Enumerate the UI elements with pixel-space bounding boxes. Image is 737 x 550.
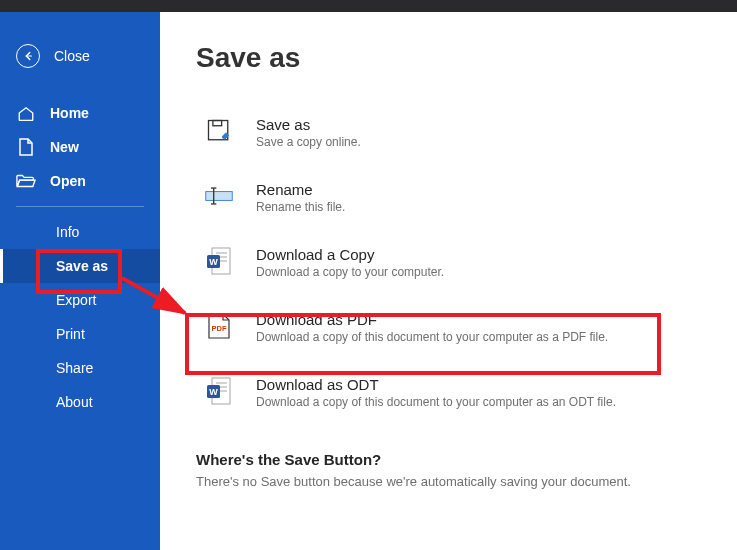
sidebar-item-about[interactable]: About	[0, 385, 160, 419]
back-arrow-icon	[16, 44, 40, 68]
sidebar-item-saveas[interactable]: Save as	[0, 249, 160, 283]
option-download-odt[interactable]: W Download as ODT Download a copy of thi…	[196, 364, 709, 421]
footer-title: Where's the Save Button?	[196, 451, 709, 468]
option-download-copy[interactable]: W Download a Copy Download a copy to you…	[196, 234, 709, 291]
sidebar-divider	[16, 206, 144, 207]
option-title: Download as PDF	[256, 311, 701, 328]
save-as-icon	[204, 116, 234, 146]
svg-text:W: W	[209, 387, 218, 397]
window-titlebar-fragment	[0, 0, 737, 12]
footer-desc: There's no Save button because we're aut…	[196, 474, 709, 489]
open-label: Open	[50, 173, 86, 189]
option-title: Rename	[256, 181, 701, 198]
close-button[interactable]: Close	[0, 36, 160, 96]
option-desc: Download a copy of this document to your…	[256, 395, 701, 409]
svg-rect-3	[206, 192, 232, 201]
backstage-sidebar: Close Home New Open Info Save as Export …	[0, 12, 160, 550]
page-title: Save as	[196, 42, 709, 74]
main-content: Save as Save as Save a copy online. Rena…	[160, 12, 737, 550]
new-file-icon	[16, 138, 36, 156]
sidebar-item-share[interactable]: Share	[0, 351, 160, 385]
open-folder-icon	[16, 172, 36, 190]
option-desc: Save a copy online.	[256, 135, 701, 149]
svg-text:PDF: PDF	[212, 324, 227, 333]
svg-text:W: W	[209, 257, 218, 267]
option-rename[interactable]: Rename Rename this file.	[196, 169, 709, 226]
option-save-as[interactable]: Save as Save a copy online.	[196, 104, 709, 161]
option-desc: Download a copy of this document to your…	[256, 330, 701, 344]
home-icon	[16, 104, 36, 122]
odt-doc-icon: W	[204, 376, 234, 406]
sidebar-item-new[interactable]: New	[0, 130, 160, 164]
close-label: Close	[54, 48, 90, 64]
new-label: New	[50, 139, 79, 155]
option-download-pdf[interactable]: PDF Download as PDF Download a copy of t…	[196, 299, 709, 356]
svg-rect-2	[213, 121, 222, 126]
sidebar-item-export[interactable]: Export	[0, 283, 160, 317]
home-label: Home	[50, 105, 89, 121]
option-title: Save as	[256, 116, 701, 133]
sidebar-item-home[interactable]: Home	[0, 96, 160, 130]
option-desc: Download a copy to your computer.	[256, 265, 701, 279]
footer-section: Where's the Save Button? There's no Save…	[196, 451, 709, 489]
word-doc-icon: W	[204, 246, 234, 276]
option-title: Download a Copy	[256, 246, 701, 263]
option-desc: Rename this file.	[256, 200, 701, 214]
sidebar-item-open[interactable]: Open	[0, 164, 160, 198]
option-title: Download as ODT	[256, 376, 701, 393]
sidebar-item-print[interactable]: Print	[0, 317, 160, 351]
sidebar-item-info[interactable]: Info	[0, 215, 160, 249]
rename-icon	[204, 181, 234, 211]
pdf-icon: PDF	[204, 311, 234, 341]
